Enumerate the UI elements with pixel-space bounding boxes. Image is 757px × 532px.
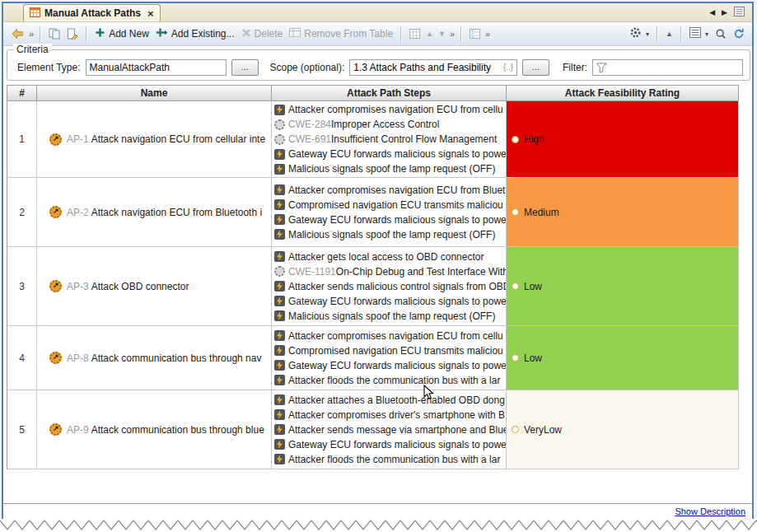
table-row[interactable]: 3 AP-3 Attack OBD connector Attacker get… <box>7 247 739 326</box>
scroll-right-icon[interactable]: ▶ <box>722 8 727 16</box>
edit-document-button[interactable] <box>63 26 82 41</box>
view-menu-icon <box>689 27 701 40</box>
attack-step-item[interactable]: Attacker attaches a Bluetooth-enabled OB… <box>274 393 506 408</box>
attack-step-item[interactable]: CWE-284 Improper Access Control <box>274 117 506 132</box>
rating-cell[interactable]: VeryLow <box>507 390 739 469</box>
table-icon <box>30 7 40 20</box>
rating-label: Medium <box>524 207 559 218</box>
cwe-id: CWE-1191 <box>288 266 336 278</box>
filter-field[interactable] <box>592 59 743 76</box>
tab-manual-attack-paths[interactable]: Manual Attack Paths × <box>23 4 161 21</box>
table-row[interactable]: 5 AP-9 Attack communication bus through … <box>7 390 739 469</box>
gear-button[interactable]: ▾ <box>626 25 652 43</box>
column-header-steps[interactable]: Attack Path Steps <box>272 86 507 100</box>
delete-button[interactable]: Delete <box>238 26 287 42</box>
columns-button[interactable] <box>406 27 423 40</box>
row-number: 2 <box>19 207 25 218</box>
view-menu-button[interactable]: ▾ <box>686 26 712 42</box>
attack-path-steps-cell[interactable]: Attacker attaches a Bluetooth-enabled OB… <box>272 390 507 469</box>
table-row[interactable]: 1 AP-1 Attack navigation ECU from cellul… <box>7 101 739 178</box>
move-down-icon[interactable]: ▼ <box>436 30 448 38</box>
attack-step-item[interactable]: Malicious signals spoof the lamp request… <box>274 161 506 176</box>
attack-step-item[interactable]: Gateway ECU forwards malicious signals t… <box>274 294 506 309</box>
numbering-button[interactable] <box>466 27 484 40</box>
column-header-number[interactable]: # <box>7 86 37 100</box>
show-description-link[interactable]: Show Description <box>675 506 745 516</box>
column-header-rating[interactable]: Attack Feasibility Rating <box>507 86 739 100</box>
overflow-icon[interactable]: » <box>448 29 456 39</box>
attack-path-icon <box>49 423 62 436</box>
element-id: AP-3 <box>67 281 89 292</box>
attack-step-item[interactable]: Attacker gets local access to OBD connec… <box>274 250 506 264</box>
close-icon[interactable]: × <box>147 8 154 19</box>
scroll-left-icon[interactable]: ◀ <box>709 8 715 16</box>
back-button[interactable] <box>7 26 27 41</box>
attack-path-steps-cell[interactable]: Attacker gets local access to OBD connec… <box>272 247 507 325</box>
attack-step-item[interactable]: Attacker compromises driver's smartphone… <box>274 408 506 422</box>
row-name-cell[interactable]: AP-3 Attack OBD connector <box>37 247 272 325</box>
attack-path-steps-cell[interactable]: Attacker compromises navigation ECU from… <box>272 178 507 246</box>
attack-step-item[interactable]: Attacker sends message via smartphone an… <box>274 422 506 437</box>
attack-step-item[interactable]: Gateway ECU forwards malicious signals t… <box>274 437 506 452</box>
attack-step-item[interactable]: Gateway ECU forwards malicious signals t… <box>274 358 506 373</box>
attack-step-item[interactable]: CWE-691 Insufficient Control Flow Manage… <box>274 132 506 147</box>
scope-browse-button[interactable]: ... <box>522 59 549 76</box>
row-number-cell: 1 <box>7 101 37 177</box>
element-type-browse-button[interactable]: ... <box>231 59 259 76</box>
copy-rows-button[interactable] <box>45 26 63 41</box>
attack-step-item[interactable]: Attacker sends malicious control signals… <box>274 279 506 294</box>
attack-path-icon <box>49 133 62 146</box>
row-name-cell[interactable]: AP-1 Attack navigation ECU from cellular… <box>37 101 272 177</box>
attack-path-steps-cell[interactable]: Attacker compromises navigation ECU from… <box>272 326 507 390</box>
rating-cell[interactable]: Low <box>507 247 739 325</box>
add-existing-button[interactable]: Add Existing... <box>152 26 238 42</box>
rating-cell[interactable]: Low <box>507 326 739 390</box>
attack-step-item[interactable]: Attacker floods the communication bus wi… <box>274 452 506 467</box>
attack-step-item[interactable]: CWE-1191 On-Chip Debug and Test Interfac… <box>274 264 506 279</box>
rating-cell[interactable]: High <box>507 101 739 177</box>
step-text: Attacker floods the communication bus wi… <box>288 375 500 386</box>
step-text: Insufficient Control Flow Management <box>331 133 497 145</box>
move-up-icon[interactable]: ▲ <box>423 30 436 38</box>
attack-step-icon <box>274 214 285 225</box>
element-type-input[interactable] <box>86 59 227 76</box>
scope-field[interactable]: {..} <box>349 59 517 76</box>
attack-step-item[interactable]: Attacker compromises navigation ECU from… <box>274 183 506 198</box>
rating-label: Low <box>524 281 542 292</box>
criteria-row: Element Type: ... Scope (optional): {..}… <box>7 50 750 80</box>
remove-from-table-button[interactable]: Remove From Table <box>286 26 396 42</box>
row-name-cell[interactable]: AP-2 Attack navigation ECU from Bluetoot… <box>37 178 272 246</box>
element-name: Attack communication bus through blue <box>91 424 264 436</box>
search-button[interactable] <box>712 26 730 41</box>
scope-input[interactable] <box>350 60 500 75</box>
step-text: Attacker floods the communication bus wi… <box>288 454 500 465</box>
row-name-cell[interactable]: AP-9 Attack communication bus through bl… <box>37 390 272 469</box>
attack-step-item[interactable]: Compromised navigation ECU transmits mal… <box>274 343 506 358</box>
rating-cell[interactable]: Medium <box>507 178 739 246</box>
column-header-name[interactable]: Name <box>37 86 272 100</box>
attack-step-item[interactable]: Attacker compromises navigation ECU from… <box>274 329 506 343</box>
table-row[interactable]: 4 AP-8 Attack communication bus through … <box>7 326 739 390</box>
tab-scroll-controls: ◀ ▶ <box>709 3 752 21</box>
table-row[interactable]: 2 AP-2 Attack navigation ECU from Blueto… <box>7 178 739 247</box>
step-text: Gateway ECU forwards malicious signals t… <box>288 296 506 307</box>
attack-step-item[interactable]: Attacker floods the communication bus wi… <box>274 373 506 388</box>
filter-input[interactable] <box>608 60 742 75</box>
refresh-button[interactable] <box>730 26 748 41</box>
row-number: 4 <box>19 352 25 364</box>
attack-step-item[interactable]: Attacker compromises navigation ECU from… <box>274 102 506 117</box>
collapse-icon[interactable]: ▲ <box>662 30 676 38</box>
attack-step-item[interactable]: Malicious signals spoof the lamp request… <box>274 227 506 242</box>
add-new-button[interactable]: Add New <box>91 26 152 42</box>
attack-step-item[interactable]: Compromised navigation ECU transmits mal… <box>274 198 506 212</box>
add-existing-icon <box>156 27 168 40</box>
attack-step-icon <box>274 105 285 115</box>
overflow-icon[interactable]: » <box>484 29 492 39</box>
attack-path-steps-cell[interactable]: Attacker compromises navigation ECU from… <box>272 101 507 177</box>
attack-step-item[interactable]: Gateway ECU forwards malicious signals t… <box>274 147 506 161</box>
overflow-icon[interactable]: » <box>27 29 35 39</box>
attack-step-item[interactable]: Malicious signals spoof the lamp request… <box>274 309 506 324</box>
attack-step-item[interactable]: Gateway ECU forwards malicious signals t… <box>274 212 506 227</box>
tab-list-icon[interactable] <box>734 7 745 19</box>
row-name-cell[interactable]: AP-8 Attack communication bus through na… <box>37 326 272 390</box>
